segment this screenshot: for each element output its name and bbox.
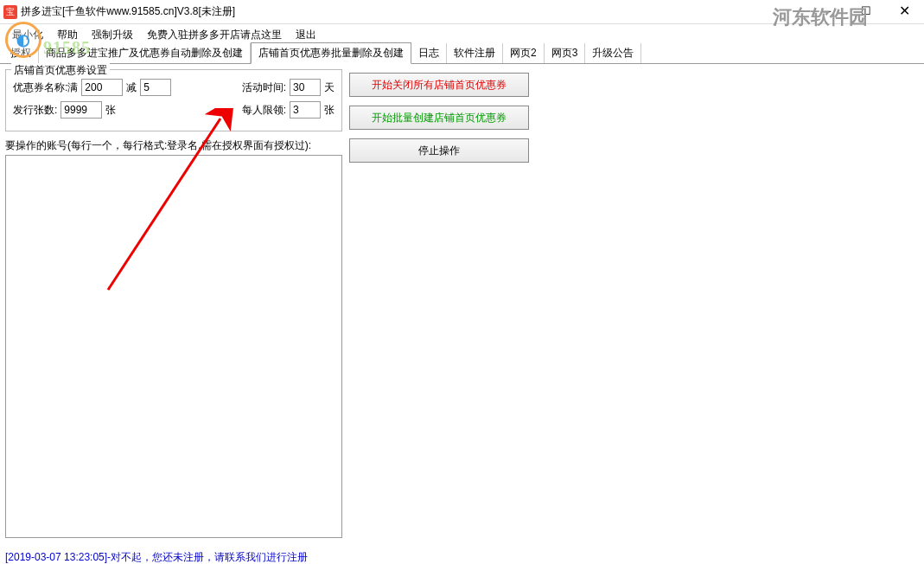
right-column: 开始关闭所有店铺首页优惠券 开始批量创建店铺首页优惠券 停止操作 <box>349 69 919 538</box>
activity-time-label: 活动时间: <box>242 80 286 95</box>
coupon-name-label: 优惠券名称:满 <box>13 80 78 95</box>
group-legend: 店铺首页优惠券设置 <box>11 63 110 78</box>
issue-count-label: 发行张数: <box>13 103 57 118</box>
limit-label: 每人限领: <box>242 103 286 118</box>
window-title: 拼多进宝[千鱼软件www.91585.cn]V3.8[未注册] <box>21 4 235 19</box>
tab-register[interactable]: 软件注册 <box>447 43 503 63</box>
sheet-label-2: 张 <box>324 103 335 118</box>
stop-button[interactable]: 停止操作 <box>349 138 529 163</box>
activity-time-input[interactable] <box>290 79 321 96</box>
close-button[interactable]: ✕ <box>885 0 924 21</box>
day-label: 天 <box>324 80 335 95</box>
tab-log[interactable]: 日志 <box>411 43 447 63</box>
batch-create-button[interactable]: 开始批量创建店铺首页优惠券 <box>349 106 529 130</box>
limit-input[interactable] <box>290 101 321 119</box>
statusbar: [2019-03-07 13:23:05]-对不起，您还未注册，请联系我们进行注… <box>0 548 924 564</box>
minus-label: 减 <box>126 80 137 95</box>
coupon-full-input[interactable] <box>81 79 123 96</box>
tab-upgrade-notice[interactable]: 升级公告 <box>585 43 641 63</box>
accounts-label: 要操作的账号(每行一个，每行格式:登录名.需在授权界面有授权过): <box>5 138 342 153</box>
tab-shop-coupon[interactable]: 店铺首页优惠券批量删除及创建 <box>251 42 411 64</box>
tab-web3[interactable]: 网页3 <box>545 43 586 63</box>
accounts-textarea[interactable] <box>5 155 342 538</box>
sheet-label: 张 <box>105 103 116 118</box>
tab-web2[interactable]: 网页2 <box>503 43 545 63</box>
close-all-coupons-button[interactable]: 开始关闭所有店铺首页优惠券 <box>349 73 529 97</box>
issue-count-input[interactable] <box>61 101 102 119</box>
watermark-text: 河东软件园 <box>773 4 868 30</box>
brand-overlay-text: 91585 <box>43 38 91 58</box>
app-icon: 宝 <box>3 5 17 19</box>
tabbar: 授权 商品多多进宝推广及优惠券自动删除及创建 店铺首页优惠券批量删除及创建 日志… <box>0 45 924 64</box>
brand-logo-icon: ◐ <box>5 22 41 58</box>
left-column: 店铺首页优惠券设置 优惠券名称:满 减 活动时间: 天 发行张数: 张 每人限领… <box>5 69 342 538</box>
menu-free-open-shop[interactable]: 免费入驻拼多多开店请点这里 <box>142 26 287 44</box>
menu-exit[interactable]: 退出 <box>290 26 322 44</box>
coupon-settings-group: 店铺首页优惠券设置 优惠券名称:满 减 活动时间: 天 发行张数: 张 每人限领… <box>5 69 342 131</box>
coupon-minus-input[interactable] <box>140 79 171 96</box>
content-area: 店铺首页优惠券设置 优惠券名称:满 减 活动时间: 天 发行张数: 张 每人限领… <box>0 64 924 543</box>
menu-force-upgrade[interactable]: 强制升级 <box>86 26 138 44</box>
